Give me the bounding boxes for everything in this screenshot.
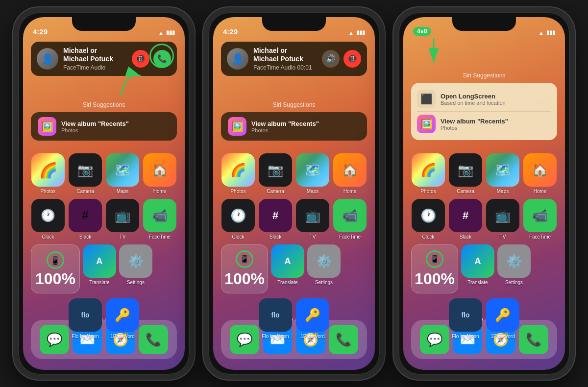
batteries-widget-3: 📱 100% — [411, 244, 458, 293]
home-label-1: Home — [153, 189, 167, 194]
contact-avatar-1: 👤 — [37, 48, 58, 70]
siri-photos-icon-3: 🖼️ — [417, 115, 436, 133]
app-facetime-3[interactable]: 📹 FaceTime — [523, 199, 557, 240]
app-photos-3[interactable]: 🌈 Photos — [411, 153, 445, 194]
settings-label-1: Settings — [127, 280, 145, 285]
accept-button-1[interactable]: 📞 — [153, 50, 171, 68]
notification-banner-1[interactable]: 👤 Michael orMichael Potuck FaceTime Audi… — [31, 42, 177, 76]
app-1password-3[interactable]: 🔑 1Password — [486, 298, 520, 339]
app-facetime-1[interactable]: 📹 FaceTime — [143, 199, 177, 240]
app-settings-1[interactable]: ⚙️ Settings — [119, 244, 152, 293]
siri-longscreen-text-3: Open LongScreen Based on time and locati… — [441, 93, 506, 106]
tv-label-2: TV — [310, 234, 316, 240]
battery-icon: ▮▮▮ — [166, 29, 175, 36]
empty-cell-3 — [534, 244, 557, 293]
slack-icon-1: # — [69, 199, 102, 232]
apps-row-3-3: 📱 100% A Translate ⚙️ Settings — [411, 244, 557, 293]
slack-label-1: Slack — [79, 234, 91, 240]
call-actions-2: 🔊 📵 — [322, 50, 361, 68]
camera-label-3: Camera — [457, 189, 474, 194]
maps-icon-1: 🗺️ — [106, 153, 139, 187]
app-photos-1[interactable]: 🌈 Photos — [31, 153, 65, 194]
flo-icon-1: flo — [69, 298, 102, 332]
facetime-label-3: FaceTime — [529, 234, 551, 240]
apps-row-4-3: flo Flo by Moen 🔑 1Password — [411, 298, 557, 339]
siri-card-photos-2[interactable]: 🖼️ View album "Recents" Photos — [221, 112, 367, 141]
app-tv-2[interactable]: 📺 TV — [295, 199, 330, 240]
decline-button-1[interactable]: 📵 — [132, 50, 149, 68]
apps-section-2: 🌈 Photos 📷 Camera 🗺️ Maps 🏠 Home — [221, 153, 367, 344]
status-icons-1: ▲ ▮▮▮ — [158, 29, 175, 36]
app-translate-2[interactable]: A Translate — [271, 244, 304, 293]
decline-icon-2: 📵 — [347, 54, 357, 63]
app-flo-3[interactable]: flo Flo by Moen — [448, 298, 483, 339]
app-home-3[interactable]: 🏠 Home — [523, 153, 557, 194]
app-maps-2[interactable]: 🗺️ Maps — [295, 153, 330, 194]
app-maps-3[interactable]: 🗺️ Maps — [486, 153, 520, 194]
wifi-icon-2: ▲ — [348, 30, 354, 36]
siri-card-photos-3[interactable]: 🖼️ View album "Recents" Photos — [417, 112, 551, 136]
home-icon-1: 🏠 — [143, 153, 176, 187]
apps-row-1-2: 🌈 Photos 📷 Camera 🗺️ Maps 🏠 Home — [221, 153, 367, 194]
decline-button-2[interactable]: 📵 — [343, 50, 361, 68]
battery-pct-2: 100% — [224, 270, 265, 288]
siri-card-sub-1: Photos — [61, 127, 129, 133]
maps-label-3: Maps — [497, 189, 509, 194]
onepw-label-3: 1Password — [490, 334, 514, 339]
app-settings-3[interactable]: ⚙️ Settings — [497, 244, 531, 293]
app-photos-2[interactable]: 🌈 Photos — [221, 153, 255, 194]
app-tv-3[interactable]: 📺 TV — [486, 199, 520, 240]
app-home-1[interactable]: 🏠 Home — [143, 153, 177, 194]
notification-banner-2[interactable]: 👤 Michael orMichael Potuck FaceTime Audi… — [221, 42, 367, 76]
siri-photos-sub-3: Photos — [441, 125, 508, 131]
status-icons-2: ▲ ▮▮▮ — [348, 29, 365, 36]
app-home-2[interactable]: 🏠 Home — [333, 153, 367, 194]
app-slack-3[interactable]: # Slack — [448, 199, 483, 240]
app-batteries-3[interactable]: 📱 100% — [411, 244, 458, 293]
siri-longscreen-title-3: Open LongScreen — [441, 93, 506, 100]
siri-card-photos-1[interactable]: 🖼️ View album "Recents" Photos — [31, 112, 177, 141]
app-maps-1[interactable]: 🗺️ Maps — [105, 153, 140, 194]
app-camera-2[interactable]: 📷 Camera — [258, 153, 293, 194]
phone-2-screen: 4:29 ▲ ▮▮▮ 👤 Michael orMichael Potuck Fa… — [213, 17, 375, 370]
camera-label-2: Camera — [267, 189, 284, 194]
settings-icon-3: ⚙️ — [497, 244, 531, 278]
camera-icon-2: 📷 — [259, 153, 292, 187]
onepw-icon-1: 🔑 — [106, 298, 139, 332]
settings-label-2: Settings — [315, 280, 333, 285]
call-type-1: FaceTime Audio — [63, 64, 127, 71]
app-1password-1[interactable]: 🔑 1Password — [105, 298, 140, 339]
app-batteries-1[interactable]: 📱 100% — [31, 244, 80, 293]
siri-photos-title-3: View album "Recents" — [441, 118, 508, 125]
siri-section-3: Siri Suggestions ⬛ Open LongScreen Based… — [411, 72, 557, 140]
app-camera-1[interactable]: 📷 Camera — [68, 153, 102, 194]
app-slack-1[interactable]: # Slack — [68, 199, 102, 240]
app-tv-1[interactable]: 📺 TV — [105, 199, 140, 240]
translate-icon-1: A — [83, 244, 116, 278]
speaker-icon-2: 🔊 — [326, 54, 336, 63]
app-clock-3[interactable]: 🕐 Clock — [411, 199, 445, 240]
translate-icon-3: A — [461, 244, 494, 278]
empty-2a — [221, 298, 255, 339]
clock-label-3: Clock — [422, 234, 434, 240]
app-settings-2[interactable]: ⚙️ Settings — [307, 244, 341, 293]
app-camera-3[interactable]: 📷 Camera — [448, 153, 483, 194]
call-actions-1: 📵 📞 — [132, 50, 171, 68]
app-translate-3[interactable]: A Translate — [461, 244, 494, 293]
app-flo-2[interactable]: flo Flo by Moen — [258, 298, 293, 339]
translate-label-3: Translate — [467, 280, 488, 285]
app-clock-2[interactable]: 🕐 Clock — [221, 199, 255, 240]
app-slack-2[interactable]: # Slack — [258, 199, 293, 240]
app-flo-1[interactable]: flo Flo by Moen — [68, 298, 102, 339]
app-clock-1[interactable]: 🕐 Clock — [31, 199, 65, 240]
app-1password-2[interactable]: 🔑 1Password — [295, 298, 330, 339]
contact-name-2: Michael orMichael Potuck — [253, 47, 317, 63]
app-facetime-2[interactable]: 📹 FaceTime — [333, 199, 367, 240]
speaker-button-2[interactable]: 🔊 — [322, 50, 340, 68]
app-translate-1[interactable]: A Translate — [83, 244, 116, 293]
onepw-icon-3: 🔑 — [486, 298, 519, 332]
apps-row-2-3: 🕐 Clock # Slack 📺 TV 📹 FaceTime — [411, 199, 557, 240]
facetime-icon-2: 📹 — [333, 199, 367, 232]
siri-card-longscreen-3[interactable]: ⬛ Open LongScreen Based on time and loca… — [417, 87, 551, 112]
app-batteries-2[interactable]: 📱 100% — [221, 244, 268, 293]
